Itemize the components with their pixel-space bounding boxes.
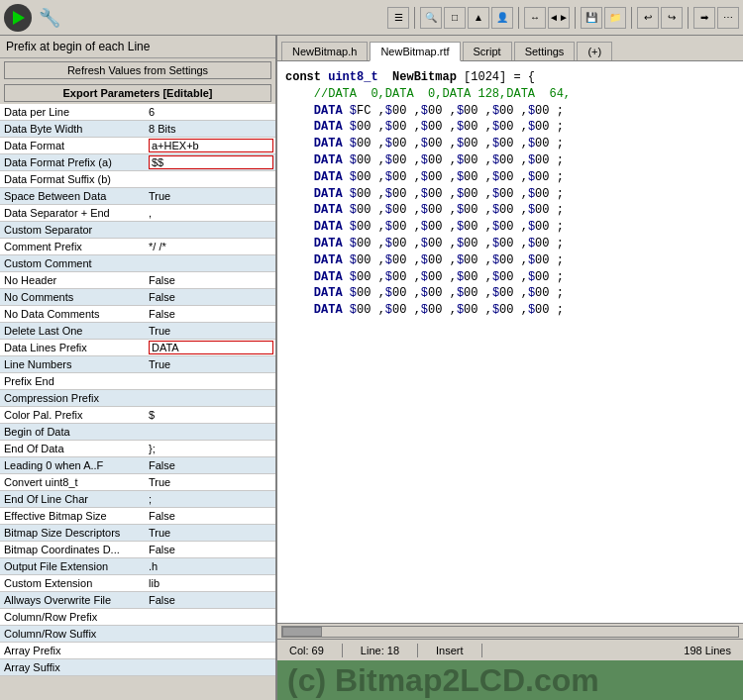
section-header: Export Parameters [Editable] — [4, 84, 271, 102]
param-value: 8 Bits — [147, 122, 275, 136]
param-row: Column/Row Prefix — [0, 609, 275, 626]
tab-newbitmap-h[interactable]: NewBitmap.h — [281, 42, 368, 60]
status-bar: Col: 69 Line: 18 Insert 198 Lines — [277, 639, 743, 660]
param-row: Allways Overwrite FileFalse — [0, 592, 275, 609]
code-area[interactable]: const uint8_t NewBitmap [1024] = { //DAT… — [277, 61, 743, 623]
toolbar-sep1 — [414, 7, 415, 29]
toolbar-undo-btn[interactable]: ↩ — [637, 7, 659, 29]
status-sep2 — [417, 644, 418, 657]
code-line: DATA $00 ,$00 ,$00 ,$00 ,$00 ,$00 ; — [285, 285, 735, 302]
param-value: */ /* — [147, 240, 275, 253]
code-line: DATA $00 ,$00 ,$00 ,$00 ,$00 ,$00 ; — [285, 302, 735, 319]
param-value[interactable] — [147, 138, 275, 153]
param-value: True — [147, 475, 275, 489]
tab-newbitmap-rtf[interactable]: NewBitmap.rtf — [370, 42, 460, 61]
watermark-text: (c) Bitmap2LCD.com — [287, 662, 599, 699]
param-value — [147, 431, 275, 433]
toolbar-sep3 — [575, 7, 576, 29]
status-sep3 — [481, 644, 482, 657]
wrench-button[interactable]: 🔧 — [36, 4, 63, 32]
toolbar-save-btn[interactable]: 💾 — [581, 7, 602, 29]
arrows-icon: ↔ — [530, 12, 540, 23]
param-input-field[interactable] — [149, 155, 273, 169]
tab-settings[interactable]: Settings — [514, 42, 576, 60]
param-name: Column/Row Prefix — [0, 610, 147, 624]
code-line: DATA $FC ,$00 ,$00 ,$00 ,$00 ,$00 ; — [285, 103, 735, 120]
toolbar-leftright-btn[interactable]: ◄► — [548, 7, 570, 29]
param-name: End Of Data — [0, 442, 147, 455]
tab-script[interactable]: Script — [463, 42, 512, 60]
param-value: True — [147, 324, 275, 338]
toolbar-arrows-btn[interactable]: ↔ — [524, 7, 546, 29]
param-row: End Of Data}; — [0, 441, 275, 457]
toolbar-up-btn[interactable]: ▲ — [468, 7, 489, 29]
prefix-label: Prefix at begin of each Line — [0, 36, 275, 58]
param-row: Convert uint8_tTrue — [0, 474, 275, 491]
param-input-field[interactable] — [149, 139, 273, 152]
param-name: Array Suffix — [0, 660, 147, 674]
param-name: Custom Extension — [0, 576, 147, 590]
param-value — [147, 616, 275, 618]
toolbar-search-btn[interactable]: 🔍 — [420, 7, 442, 29]
hscroll-area[interactable] — [277, 623, 743, 639]
param-row: Array Prefix — [0, 643, 275, 659]
param-input-field[interactable] — [149, 341, 273, 354]
param-value: True — [147, 526, 275, 540]
param-value: , — [147, 206, 275, 220]
code-line: DATA $00 ,$00 ,$00 ,$00 ,$00 ,$00 ; — [285, 269, 735, 286]
param-row: Array Suffix — [0, 659, 275, 676]
param-row: Comment Prefix*/ /* — [0, 239, 275, 255]
param-name: Prefix End — [0, 374, 147, 388]
param-name: Bitmap Coordinates D... — [0, 543, 147, 556]
tab-plus[interactable]: (+) — [577, 42, 612, 60]
toolbar-hamburger-btn[interactable]: ☰ — [387, 7, 409, 29]
param-value[interactable] — [147, 154, 275, 170]
param-name: Leading 0 when A..F — [0, 458, 147, 472]
param-row: Custom Comment — [0, 255, 275, 272]
param-name: Allways Overwrite File — [0, 593, 147, 607]
code-line: DATA $00 ,$00 ,$00 ,$00 ,$00 ,$00 ; — [285, 119, 735, 136]
param-row: End Of Line Char; — [0, 491, 275, 508]
param-value: False — [147, 290, 275, 304]
right-panel: NewBitmap.h NewBitmap.rtf Script Setting… — [277, 36, 743, 700]
param-name: No Header — [0, 273, 147, 287]
param-value — [147, 229, 275, 231]
param-name: Space Between Data — [0, 189, 147, 203]
toolbar-export-btn[interactable]: ➡ — [693, 7, 715, 29]
watermark-bar: (c) Bitmap2LCD.com — [277, 660, 743, 700]
param-name: Delete Last One — [0, 324, 147, 338]
toolbar-box-btn[interactable]: □ — [444, 7, 466, 29]
play-button[interactable] — [4, 4, 32, 32]
toolbar-folder-btn[interactable]: 📁 — [604, 7, 626, 29]
param-name: Data per Line — [0, 105, 147, 119]
hscroll-thumb[interactable] — [282, 627, 322, 637]
play-icon — [13, 11, 25, 25]
toolbar-misc-btn[interactable]: ⋯ — [717, 7, 739, 29]
param-value: False — [147, 593, 275, 607]
param-value[interactable] — [147, 340, 275, 355]
param-name: Line Numbers — [0, 357, 147, 371]
toolbar-sep2 — [518, 7, 519, 29]
hscroll-track[interactable] — [281, 626, 739, 638]
param-value: 6 — [147, 105, 275, 119]
param-name: Effective Bitmap Size — [0, 509, 147, 523]
param-name: Column/Row Suffix — [0, 627, 147, 641]
param-row: Data Lines Prefix — [0, 340, 275, 356]
params-table: Data per Line6Data Byte Width8 BitsData … — [0, 104, 275, 700]
toolbar-person-btn[interactable]: 👤 — [491, 7, 513, 29]
param-row: Data Format — [0, 138, 275, 154]
export-icon: ➡ — [700, 12, 708, 23]
refresh-button[interactable]: Refresh Values from Settings — [4, 61, 271, 79]
param-row: Bitmap Coordinates D...False — [0, 542, 275, 558]
param-row: Data per Line6 — [0, 104, 275, 121]
toolbar-redo-btn[interactable]: ↪ — [661, 7, 683, 29]
search-icon: 🔍 — [425, 12, 437, 23]
param-value: }; — [147, 442, 275, 455]
param-value: ; — [147, 492, 275, 506]
param-name: Begin of Data — [0, 425, 147, 439]
param-name: Data Format Suffix (b) — [0, 172, 147, 186]
param-row: Begin of Data — [0, 424, 275, 441]
param-value — [147, 650, 275, 651]
undo-icon: ↩ — [644, 12, 652, 23]
param-row: Line NumbersTrue — [0, 356, 275, 373]
